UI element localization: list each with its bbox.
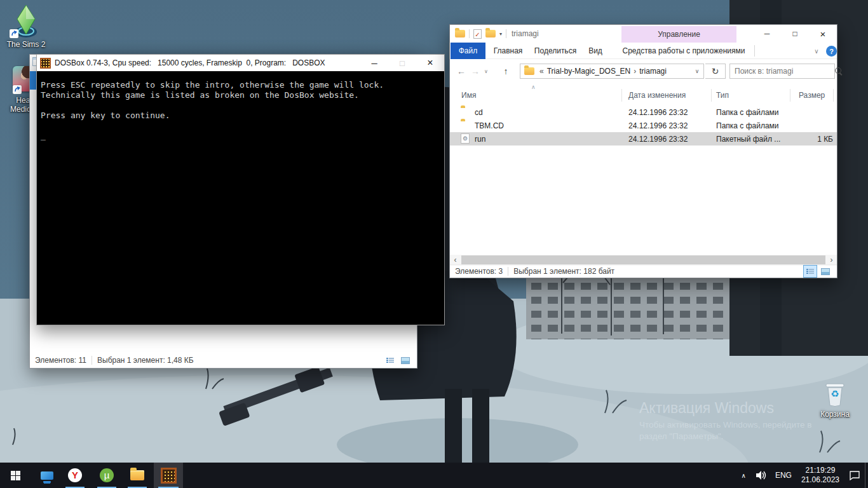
thumbnail-view-button[interactable] [399,355,412,366]
forward-button[interactable]: → [469,64,482,78]
window-explorer-triamagi: ✓ ▾ triamagi Управление ─ □ × Файл Главн… [449,24,837,278]
dosbox-titlebar[interactable]: DOSBox 0.74-3, Cpu speed: 15000 cycles, … [37,55,444,71]
computer-icon [41,471,53,480]
address-bar: ← → ∨ ↑ « Trial-by-Magic_DOS_EN › triama… [450,59,837,83]
show-desktop-button[interactable] [865,463,868,488]
close-button[interactable]: × [809,25,837,43]
taskbar-item-file-explorer[interactable] [123,463,151,488]
breadcrumb-root[interactable]: Trial-by-Magic_DOS_EN [545,67,633,76]
file-date: 24.12.1996 23:32 [628,108,688,117]
file-type: Папка с файлами [716,121,779,130]
file-name: TBM.CD [475,121,504,130]
details-view-icon [386,358,394,363]
file-row-cd[interactable]: cd 24.12.1996 23:32 Папка с файлами [450,105,837,119]
console-line: Technically this game is listed as broke… [41,90,444,100]
scrollbar-thumb[interactable] [461,255,825,265]
statusbar: Элементов: 11 Выбран 1 элемент: 1,48 КБ [30,353,417,368]
details-view-button[interactable] [384,355,397,366]
close-button[interactable]: × [416,55,444,71]
file-date: 24.12.1996 23:32 [628,121,688,130]
console-line: Press ESC repeatedly to skip the intro, … [41,80,444,90]
properties-icon[interactable]: ✓ [473,29,482,39]
thumbnail-view-button[interactable] [819,266,832,277]
taskbar-item-yandex-browser[interactable]: Y [61,463,89,488]
customize-toolbar-icon[interactable]: ▾ [499,31,502,37]
file-type: Папка с файлами [716,108,779,117]
contextual-tab-manage[interactable]: Управление [621,26,736,43]
taskbar: Y µ ∧ ENG 21:19:29 21.06.2023 [0,463,868,488]
windows-logo-icon [11,471,20,480]
column-header-size[interactable]: Размер [799,91,825,100]
speaker-icon [755,470,766,480]
expand-ribbon-icon[interactable]: ∨ [810,43,824,59]
address-box[interactable]: « Trial-by-Magic_DOS_EN › triamagi ∨ [520,64,704,79]
tab-share[interactable]: Поделиться [529,43,581,59]
divider [754,45,755,57]
tab-home[interactable]: Главная [487,43,529,59]
activation-watermark: Активация Windows Чтобы активировать Win… [639,400,849,442]
thumbnail-view-icon [821,268,830,275]
shortcut-arrow-icon [10,29,18,38]
console-line: Press any key to continue. [41,111,444,121]
action-center-button[interactable] [844,463,865,488]
refresh-button[interactable]: ↻ [705,64,726,79]
breadcrumb-current[interactable]: triamagi [637,67,668,76]
taskbar-item-utorrent[interactable]: µ [93,463,121,488]
maximize-button[interactable]: □ [388,55,416,71]
search-icon[interactable] [833,65,844,77]
column-divider[interactable] [621,89,622,102]
search-box[interactable] [729,64,835,79]
column-header-date[interactable]: Дата изменения [628,91,686,100]
console-cursor: _ [41,131,444,141]
help-button[interactable]: ? [826,46,837,57]
sort-ascending-icon: ∧ [531,84,536,90]
batch-file-icon: ⚙ [461,133,470,144]
taskbar-item-this-pc[interactable] [33,463,61,488]
taskbar-item-dosbox[interactable] [154,463,183,488]
address-dropdown-icon[interactable]: ∨ [691,68,703,74]
file-row-run-selected[interactable]: ⚙ run 24.12.1996 23:32 Пакетный файл ...… [450,132,837,146]
column-headers: ∧ Имя Дата изменения Тип Размер [450,85,837,104]
taskbar-clock[interactable]: 21:19:29 21.06.2023 [796,466,844,485]
system-tray: ∧ ENG 21:19:29 21.06.2023 [737,463,868,488]
recycle-glyph-icon: ♻ [822,388,848,400]
selection-info: Выбран 1 элемент: 182 байт [508,267,620,276]
tab-view[interactable]: Вид [581,43,609,59]
column-divider[interactable] [711,89,712,102]
folder-icon[interactable] [455,30,465,37]
recent-locations-icon[interactable]: ∨ [482,64,491,78]
start-button[interactable] [0,463,31,488]
items-count: Элементов: 3 [450,267,508,276]
file-explorer-icon [130,470,144,480]
minimize-button[interactable]: ─ [753,25,781,43]
tab-app-tools[interactable]: Средства работы с приложениями [620,43,747,59]
details-view-button[interactable] [804,266,817,277]
clock-date: 21.06.2023 [801,475,839,485]
file-row-tbmcd[interactable]: TBM.CD 24.12.1996 23:32 Папка с файлами [450,119,837,132]
column-header-name[interactable]: Имя [461,91,476,100]
hidden-icons-chevron[interactable]: ∧ [737,463,750,488]
new-folder-icon[interactable] [485,30,496,37]
file-list: cd 24.12.1996 23:32 Папка с файлами TBM.… [450,105,837,146]
explorer-titlebar[interactable]: ✓ ▾ triamagi Управление ─ □ × [450,25,837,43]
search-input[interactable] [730,67,833,76]
desktop-icon-sims2[interactable]: The Sims 2 [4,4,48,49]
column-divider[interactable] [833,89,834,102]
console-line [41,100,444,111]
column-divider[interactable] [790,89,790,102]
language-indicator[interactable]: ENG [771,463,796,488]
notification-icon [849,470,860,480]
column-header-type[interactable]: Тип [716,91,729,100]
maximize-button[interactable]: □ [781,25,809,43]
tab-file[interactable]: Файл [451,43,485,59]
volume-button[interactable] [750,463,771,488]
clock-time: 21:19:29 [801,466,839,475]
file-type: Пакетный файл ... [716,135,780,144]
quick-access-toolbar: ✓ ▾ [450,29,506,39]
minimize-button[interactable]: ─ [360,55,388,71]
back-button[interactable]: ← [454,64,469,78]
up-button[interactable]: ↑ [498,64,513,78]
dosbox-console[interactable]: Press ESC repeatedly to skip the intro, … [37,71,444,325]
ribbon-tabs: Файл Главная Поделиться Вид Средства раб… [450,43,837,59]
breadcrumb-prefix: « [538,67,545,76]
